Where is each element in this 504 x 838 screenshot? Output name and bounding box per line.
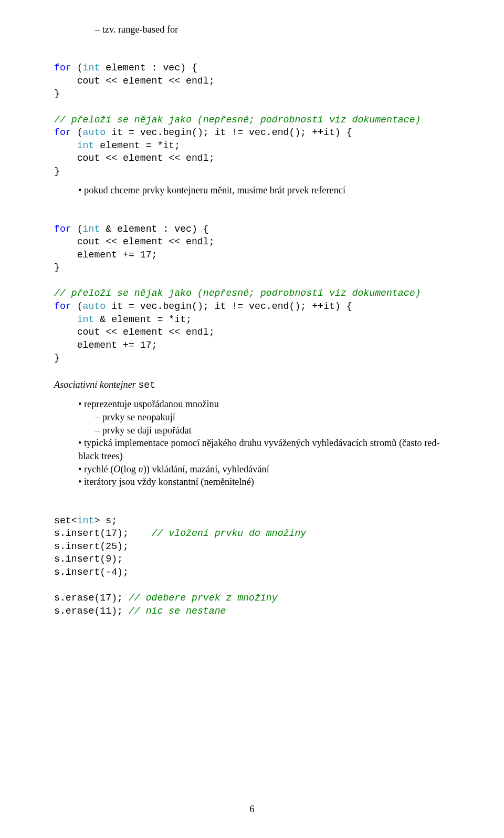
- t: )) vkládání, mazání, vyhledávání: [143, 464, 269, 474]
- section-title-italic: Asociativní kontejner: [54, 379, 138, 390]
- type-auto: auto: [83, 301, 106, 312]
- t: s.erase(: [54, 593, 100, 603]
- section-title-mono: set: [138, 380, 155, 390]
- t: [54, 140, 77, 151]
- page-number: 6: [0, 803, 504, 816]
- bullet-item: iterátory jsou vždy konstantní (neměnite…: [54, 475, 448, 489]
- t: & element : vec) {: [100, 224, 208, 234]
- math-O: O: [113, 464, 120, 474]
- keyword-for: for: [54, 63, 71, 73]
- code-line: cout << element << endl;: [54, 236, 215, 247]
- t: & element = *it;: [94, 314, 192, 325]
- t: it = vec.begin(); it != vec.end(); ++it)…: [106, 127, 352, 138]
- type-int: int: [83, 63, 100, 73]
- t: ;: [152, 250, 158, 260]
- math-n: n: [139, 464, 143, 474]
- t: s.insert(: [54, 567, 106, 577]
- bullet-item: typická implementace pomocí nějakého dru…: [54, 437, 448, 462]
- section-heading: Asociativní kontejner set: [54, 378, 448, 392]
- number-25: 25: [106, 541, 117, 552]
- t: element +=: [54, 340, 140, 350]
- t: (: [71, 63, 83, 73]
- t: );: [117, 567, 129, 577]
- comment: // vložení prvku do množiny: [152, 528, 307, 539]
- t: set<: [54, 515, 77, 526]
- number-9: 9: [106, 554, 111, 564]
- code-line: }: [54, 88, 60, 99]
- t: (log: [121, 464, 139, 474]
- t: element = *it;: [94, 140, 180, 151]
- dash-item: prvky se neopakují: [54, 411, 448, 424]
- t: );: [111, 593, 129, 603]
- keyword-for: for: [54, 301, 71, 312]
- t: s.insert(: [54, 541, 106, 552]
- t: s.erase(: [54, 606, 100, 616]
- code-line: cout << element << endl;: [54, 327, 215, 337]
- type-auto: auto: [83, 127, 106, 138]
- code-line: cout << element << endl;: [54, 76, 215, 86]
- type-int: int: [77, 314, 94, 325]
- t: );: [111, 606, 129, 616]
- type-int: int: [83, 224, 100, 234]
- type-int: int: [77, 140, 94, 151]
- comment: // nic se nestane: [129, 606, 226, 616]
- code-line: }: [54, 166, 60, 177]
- comment: // přeloží se nějak jako (nepřesné; podr…: [54, 288, 421, 298]
- number-17: 17: [140, 250, 152, 260]
- t: it = vec.begin(); it != vec.end(); ++it)…: [106, 301, 352, 312]
- t: );: [117, 541, 129, 552]
- number-17: 17: [140, 340, 152, 350]
- t: (: [71, 127, 83, 138]
- number-neg4: -4: [106, 567, 117, 577]
- code-line: }: [54, 262, 60, 273]
- t: element : vec) {: [100, 63, 197, 73]
- t: s.insert(: [54, 554, 106, 564]
- bullet-item: pokud chceme prvky kontejneru měnit, mus…: [54, 184, 448, 197]
- code-block-1: for (int element : vec) { cout << elemen…: [54, 49, 448, 178]
- t: );: [117, 528, 152, 539]
- t: s.insert(: [54, 528, 106, 539]
- t: (: [71, 301, 83, 312]
- number-17: 17: [100, 593, 111, 603]
- bullet-item: reprezentuje uspořádanou množinu: [54, 398, 448, 411]
- dash-item: prvky se dají uspořádat: [54, 424, 448, 437]
- top-dash-item: tzv. range-based for: [54, 23, 448, 36]
- t: > s;: [94, 515, 117, 526]
- bullet-item: rychlé (O(log n)) vkládání, mazání, vyhl…: [54, 463, 448, 476]
- t: );: [111, 554, 123, 564]
- number-11: 11: [100, 606, 111, 616]
- t: [54, 314, 77, 325]
- keyword-for: for: [54, 224, 71, 234]
- t: ;: [152, 340, 158, 350]
- document-page: tzv. range-based for for (int element : …: [0, 0, 504, 838]
- t: element +=: [54, 250, 140, 260]
- comment: // přeloží se nějak jako (nepřesné; podr…: [54, 115, 421, 125]
- type-int: int: [77, 515, 94, 526]
- code-line: cout << element << endl;: [54, 153, 215, 163]
- comment: // odebere prvek z množiny: [129, 593, 278, 603]
- number-17: 17: [106, 528, 117, 539]
- set-bullets: reprezentuje uspořádanou množinu prvky s…: [54, 398, 448, 489]
- t: rychlé (: [84, 464, 113, 474]
- code-block-3: set<int> s; s.insert(17); // vložení prv…: [54, 501, 448, 617]
- code-line: }: [54, 353, 60, 363]
- t: (: [71, 224, 83, 234]
- keyword-for: for: [54, 127, 71, 138]
- code-block-2: for (int & element : vec) { cout << elem…: [54, 210, 448, 365]
